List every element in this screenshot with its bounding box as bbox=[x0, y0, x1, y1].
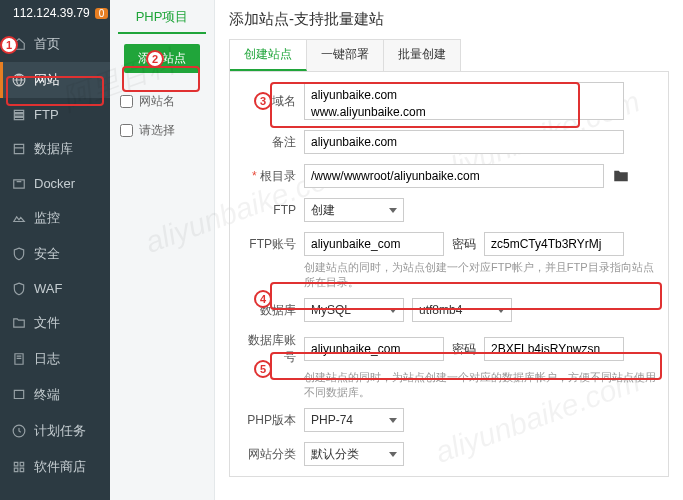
label-category: 网站分类 bbox=[240, 446, 296, 463]
sidebar-label: 终端 bbox=[34, 386, 60, 404]
sidebar-label: 首页 bbox=[34, 35, 60, 53]
menu-icon bbox=[12, 108, 26, 122]
php-project-tab[interactable]: PHP项目 bbox=[118, 8, 206, 34]
col-checkbox[interactable] bbox=[120, 95, 133, 108]
sidebar-item-6[interactable]: 安全 bbox=[0, 236, 110, 272]
project-panel: PHP项目 添加站点 网站名 请选择 bbox=[110, 0, 215, 500]
chevron-down-icon bbox=[389, 418, 397, 423]
menu-icon bbox=[12, 352, 26, 366]
tab-deploy[interactable]: 一键部署 bbox=[307, 40, 384, 71]
sidebar-label: 数据库 bbox=[34, 140, 73, 158]
tab-batch[interactable]: 批量创建 bbox=[384, 40, 460, 71]
menu-icon bbox=[12, 424, 26, 438]
ftp-pwd-input[interactable] bbox=[484, 232, 624, 256]
col-select: 请选择 bbox=[139, 122, 175, 139]
sidebar-label: WAF bbox=[34, 281, 62, 296]
db-select[interactable]: MySQL bbox=[304, 298, 404, 322]
sidebar-item-12[interactable]: 软件商店 bbox=[0, 449, 110, 485]
menu-icon bbox=[12, 316, 26, 330]
db-hint: 创建站点的同时，为站点创建一个对应的数据库帐户，方便不同站点使用不同数据库。 bbox=[304, 370, 658, 400]
server-ip-bar: 112.124.39.79 0 bbox=[0, 0, 110, 26]
sidebar-label: 文件 bbox=[34, 314, 60, 332]
sidebar: 112.124.39.79 0 首页网站FTP数据库Docker监控安全WAF文… bbox=[0, 0, 110, 500]
menu-icon bbox=[12, 211, 26, 225]
label-ftp-account: FTP账号 bbox=[240, 236, 296, 253]
select-checkbox[interactable] bbox=[120, 124, 133, 137]
sidebar-label: 软件商店 bbox=[34, 458, 86, 476]
sidebar-item-4[interactable]: Docker bbox=[0, 167, 110, 200]
sidebar-label: 网站 bbox=[34, 71, 60, 89]
col-sitename: 网站名 bbox=[139, 93, 175, 110]
db-pwd-input[interactable] bbox=[484, 337, 624, 361]
add-site-dialog: 添加站点-支持批量建站 创建站点 一键部署 批量创建 域名 aliyunbaik… bbox=[215, 0, 683, 500]
label-root: 根目录 bbox=[240, 168, 296, 185]
sidebar-label: 日志 bbox=[34, 350, 60, 368]
sidebar-item-8[interactable]: 文件 bbox=[0, 305, 110, 341]
notif-badge[interactable]: 0 bbox=[95, 8, 109, 19]
menu-icon bbox=[12, 247, 26, 261]
sidebar-label: 安全 bbox=[34, 245, 60, 263]
category-select[interactable]: 默认分类 bbox=[304, 442, 404, 466]
chevron-down-icon bbox=[389, 208, 397, 213]
sidebar-item-5[interactable]: 监控 bbox=[0, 200, 110, 236]
ftp-select[interactable]: 创建 bbox=[304, 198, 404, 222]
sidebar-item-7[interactable]: WAF bbox=[0, 272, 110, 305]
label-remark: 备注 bbox=[240, 134, 296, 151]
charset-select[interactable]: utf8mb4 bbox=[412, 298, 512, 322]
sidebar-label: Docker bbox=[34, 176, 75, 191]
php-select[interactable]: PHP-74 bbox=[304, 408, 404, 432]
sidebar-item-2[interactable]: FTP bbox=[0, 98, 110, 131]
label-db-pwd: 密码 bbox=[452, 341, 476, 358]
label-ftp: FTP bbox=[240, 203, 296, 217]
menu-icon bbox=[12, 388, 26, 402]
sidebar-item-9[interactable]: 日志 bbox=[0, 341, 110, 377]
sidebar-item-10[interactable]: 终端 bbox=[0, 377, 110, 413]
label-ftp-pwd: 密码 bbox=[452, 236, 476, 253]
menu-icon bbox=[12, 282, 26, 296]
chevron-down-icon bbox=[497, 308, 505, 313]
ftp-user-input[interactable] bbox=[304, 232, 444, 256]
menu-icon bbox=[12, 73, 26, 87]
sidebar-item-11[interactable]: 计划任务 bbox=[0, 413, 110, 449]
menu-icon bbox=[12, 142, 26, 156]
sidebar-label: 监控 bbox=[34, 209, 60, 227]
db-user-input[interactable] bbox=[304, 337, 444, 361]
root-input[interactable] bbox=[304, 164, 604, 188]
sidebar-item-1[interactable]: 网站 bbox=[0, 62, 110, 98]
domain-input[interactable]: aliyunbaike.com www.aliyunbaike.com bbox=[304, 82, 624, 120]
menu-icon bbox=[12, 177, 26, 191]
folder-icon[interactable] bbox=[612, 167, 630, 185]
ftp-hint: 创建站点的同时，为站点创建一个对应FTP帐户，并且FTP目录指向站点所在目录。 bbox=[304, 260, 658, 290]
sidebar-label: FTP bbox=[34, 107, 59, 122]
sidebar-label: 计划任务 bbox=[34, 422, 86, 440]
label-phpver: PHP版本 bbox=[240, 412, 296, 429]
dialog-tabs: 创建站点 一键部署 批量创建 bbox=[229, 39, 461, 71]
sidebar-item-3[interactable]: 数据库 bbox=[0, 131, 110, 167]
dialog-title: 添加站点-支持批量建站 bbox=[229, 10, 669, 29]
remark-input[interactable] bbox=[304, 130, 624, 154]
server-ip: 112.124.39.79 bbox=[13, 6, 90, 20]
menu-icon bbox=[12, 460, 26, 474]
chevron-down-icon bbox=[389, 452, 397, 457]
tab-create[interactable]: 创建站点 bbox=[230, 40, 307, 71]
chevron-down-icon bbox=[389, 308, 397, 313]
